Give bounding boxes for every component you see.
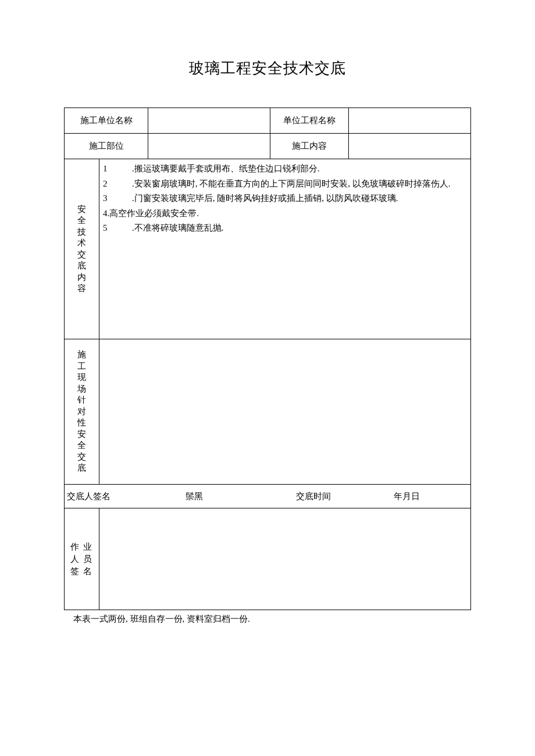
label-construction-content: 施工内容 — [270, 134, 349, 159]
label-sign-time: 交底时间 — [273, 485, 343, 508]
value-signer: 鬃黑 — [116, 485, 273, 508]
value-construction-part — [148, 134, 270, 159]
row-signer: 交底人签名 鬃黑 交底时间 年月日 — [65, 485, 471, 508]
value-worker-sign — [99, 508, 471, 610]
row-safety-content: 安全技术交底内容 1.搬运玻璃要戴手套或用布、纸垫住边口锐利部分.2.安装窗扇玻… — [65, 159, 471, 339]
label-worker-sign: 作 业人 员签 名 — [65, 508, 99, 610]
label-site-specific: 施工现场针对性安全交底 — [65, 339, 99, 485]
row-site-specific: 施工现场针对性安全交底 — [65, 339, 471, 485]
safety-item: 4.高空作业必须戴安全带. — [103, 206, 467, 221]
safety-item: 3.门窗安装玻璃完毕后, 随时将风钩挂好或插上插销, 以防风吹碰坏玻璃. — [103, 191, 467, 206]
row-worker-sign: 作 业人 员签 名 — [65, 508, 471, 610]
value-construction-content — [349, 134, 471, 159]
row-part: 施工部位 施工内容 — [65, 134, 471, 159]
safety-item: 5.不准将碎玻璃随意乱抛. — [103, 221, 467, 236]
safety-content-cell: 1.搬运玻璃要戴手套或用布、纸垫住边口锐利部分.2.安装窗扇玻璃时, 不能在垂直… — [99, 159, 471, 339]
value-construction-unit — [148, 108, 270, 134]
label-construction-unit: 施工单位名称 — [65, 108, 148, 134]
value-sign-time: 年月日 — [343, 485, 470, 508]
safety-item: 2.安装窗扇玻璃时, 不能在垂直方向的上下两层间同时安装, 以免玻璃破碎时掉落伤… — [103, 177, 467, 192]
safety-item: 1.搬运玻璃要戴手套或用布、纸垫住边口锐利部分. — [103, 162, 467, 177]
row-unit: 施工单位名称 单位工程名称 — [65, 108, 471, 134]
label-construction-part: 施工部位 — [65, 134, 148, 159]
form-table: 施工单位名称 单位工程名称 施工部位 施工内容 安全技术交底内容 1.搬运玻璃要… — [64, 108, 471, 610]
label-signer: 交底人签名 — [65, 485, 116, 508]
label-safety-content: 安全技术交底内容 — [65, 159, 99, 339]
document-title: 玻璃工程安全技术交底 — [64, 58, 471, 78]
label-project-name: 单位工程名称 — [270, 108, 349, 134]
footnote: 本表一式两份, 班组自存一份, 资料室归档一份. — [64, 614, 471, 625]
site-specific-content — [99, 339, 471, 485]
value-project-name — [349, 108, 471, 134]
